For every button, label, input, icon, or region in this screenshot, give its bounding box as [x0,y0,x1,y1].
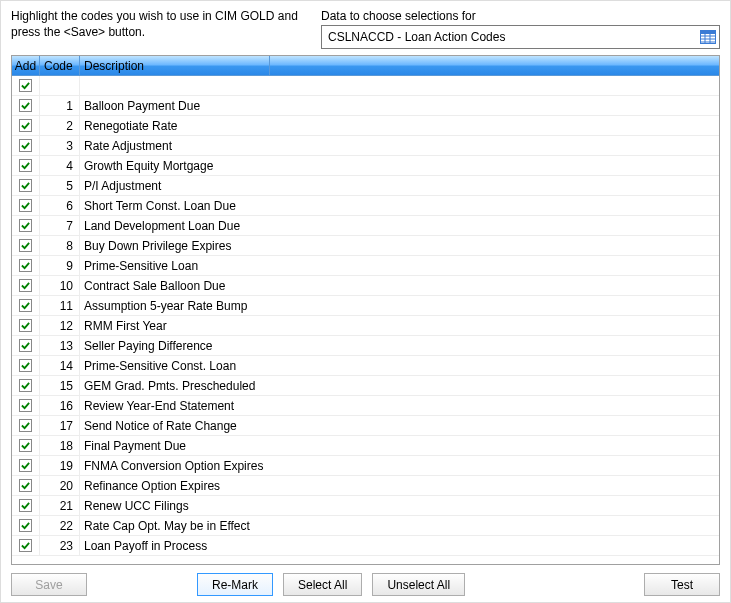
table-row[interactable]: 21Renew UCC Filings [12,496,719,516]
cell-description: Growth Equity Mortgage [80,156,719,175]
table-row[interactable]: 12RMM First Year [12,316,719,336]
table-row[interactable]: 19FNMA Conversion Option Expires [12,456,719,476]
unselect-all-button[interactable]: Unselect All [372,573,465,596]
add-checkbox[interactable] [19,159,32,172]
table-row[interactable]: 7Land Development Loan Due [12,216,719,236]
table-row[interactable]: 4Growth Equity Mortgage [12,156,719,176]
cell-description: Short Term Const. Loan Due [80,196,719,215]
table-row[interactable]: 16Review Year-End Statement [12,396,719,416]
table-row[interactable]: 11Assumption 5-year Rate Bump [12,296,719,316]
table-row[interactable]: 2Renegotiate Rate [12,116,719,136]
add-checkbox[interactable] [19,199,32,212]
add-checkbox[interactable] [19,179,32,192]
cell-description: RMM First Year [80,316,719,335]
table-row[interactable]: 23Loan Payoff in Process [12,536,719,556]
cell-code: 12 [40,316,80,335]
add-checkbox[interactable] [19,99,32,112]
add-checkbox[interactable] [19,539,32,552]
cell-code [40,76,80,95]
table-row[interactable]: 14Prime-Sensitive Const. Loan [12,356,719,376]
column-header-add[interactable]: Add [12,56,40,75]
add-checkbox[interactable] [19,519,32,532]
cell-code: 18 [40,436,80,455]
button-bar: Save Re-Mark Select All Unselect All Tes… [1,565,730,603]
cell-code: 7 [40,216,80,235]
add-checkbox[interactable] [19,119,32,132]
column-header-code[interactable]: Code [40,56,80,75]
select-all-button[interactable]: Select All [283,573,362,596]
cell-add [12,76,40,95]
add-checkbox[interactable] [19,419,32,432]
cell-add [12,136,40,155]
add-checkbox[interactable] [19,279,32,292]
table-row[interactable]: 3Rate Adjustment [12,136,719,156]
cell-description: P/I Adjustment [80,176,719,195]
cell-add [12,376,40,395]
add-checkbox[interactable] [19,499,32,512]
table-body[interactable]: 1Balloon Payment Due2Renegotiate Rate3Ra… [12,76,719,564]
table-row[interactable]: 8Buy Down Privilege Expires [12,236,719,256]
add-checkbox[interactable] [19,219,32,232]
table-row[interactable]: 13Seller Paying Difference [12,336,719,356]
add-checkbox[interactable] [19,79,32,92]
cell-code: 6 [40,196,80,215]
cell-add [12,436,40,455]
cell-description: Buy Down Privilege Expires [80,236,719,255]
cell-description: Rate Adjustment [80,136,719,155]
table-row[interactable]: 18Final Payment Due [12,436,719,456]
cell-description: Refinance Option Expires [80,476,719,495]
column-header-spacer [270,56,719,75]
data-selector: Data to choose selections for CSLNACCD -… [321,9,720,49]
cell-add [12,116,40,135]
test-button[interactable]: Test [644,573,720,596]
top-section: Highlight the codes you wish to use in C… [1,1,730,55]
table-picker-icon [699,28,717,46]
add-checkbox[interactable] [19,239,32,252]
remark-button[interactable]: Re-Mark [197,573,273,596]
cell-code: 15 [40,376,80,395]
cell-description: Prime-Sensitive Loan [80,256,719,275]
cell-code: 19 [40,456,80,475]
cell-description [80,76,719,95]
svg-rect-1 [701,31,715,34]
add-checkbox[interactable] [19,439,32,452]
cell-add [12,516,40,535]
table-row[interactable]: 15GEM Grad. Pmts. Prescheduled [12,376,719,396]
cell-description: Assumption 5-year Rate Bump [80,296,719,315]
data-dropdown[interactable]: CSLNACCD - Loan Action Codes [321,25,720,49]
save-button[interactable]: Save [11,573,87,596]
table-row[interactable]: 1Balloon Payment Due [12,96,719,116]
data-selector-label: Data to choose selections for [321,9,720,23]
table-header: Add Code Description [12,56,719,76]
table-row[interactable]: 9Prime-Sensitive Loan [12,256,719,276]
table-row[interactable]: 6Short Term Const. Loan Due [12,196,719,216]
add-checkbox[interactable] [19,319,32,332]
add-checkbox[interactable] [19,139,32,152]
add-checkbox[interactable] [19,299,32,312]
add-checkbox[interactable] [19,379,32,392]
cell-description: Review Year-End Statement [80,396,719,415]
add-checkbox[interactable] [19,259,32,272]
cell-add [12,456,40,475]
add-checkbox[interactable] [19,479,32,492]
table-row[interactable]: 17Send Notice of Rate Change [12,416,719,436]
column-header-description[interactable]: Description [80,56,270,75]
add-checkbox[interactable] [19,339,32,352]
add-checkbox[interactable] [19,359,32,372]
cell-description: GEM Grad. Pmts. Prescheduled [80,376,719,395]
table-row[interactable]: 22Rate Cap Opt. May be in Effect [12,516,719,536]
cell-description: Seller Paying Difference [80,336,719,355]
cell-code: 5 [40,176,80,195]
cell-description: Loan Payoff in Process [80,536,719,555]
add-checkbox[interactable] [19,399,32,412]
cell-code: 22 [40,516,80,535]
table-row[interactable]: 20Refinance Option Expires [12,476,719,496]
cell-code: 13 [40,336,80,355]
table-row[interactable] [12,76,719,96]
cell-code: 21 [40,496,80,515]
table-row[interactable]: 10Contract Sale Balloon Due [12,276,719,296]
add-checkbox[interactable] [19,459,32,472]
cell-code: 4 [40,156,80,175]
table-row[interactable]: 5P/I Adjustment [12,176,719,196]
cell-code: 9 [40,256,80,275]
